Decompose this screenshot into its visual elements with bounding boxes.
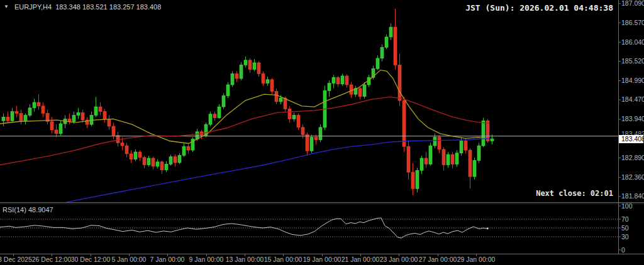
ma-mid-line <box>0 97 489 165</box>
candle-body <box>103 112 106 119</box>
candle-body <box>389 27 392 37</box>
candle-body <box>187 146 190 150</box>
candle-body <box>169 157 172 165</box>
candle-body <box>121 143 124 146</box>
candle-body <box>438 138 441 149</box>
candle-body <box>336 77 340 84</box>
price-tick-label: 185.520 <box>621 58 644 65</box>
candlestick-chart-canvas[interactable] <box>0 0 644 265</box>
candle-body <box>270 80 274 92</box>
candle-body <box>125 146 128 154</box>
candle-body <box>226 85 230 96</box>
rsi-tick-label: 70 <box>621 216 629 223</box>
candle-body <box>341 76 344 84</box>
candle-body <box>398 65 401 100</box>
candle-body <box>385 37 388 47</box>
candle-body <box>77 112 80 115</box>
candle-body <box>174 157 177 163</box>
candle-body <box>297 116 300 127</box>
time-tick-label: 27 Jan 00:00 <box>419 256 457 263</box>
mt4-chart-window: ▼ EURJPY,H4 183.348 183.521 183.257 183.… <box>0 0 644 265</box>
ma-slow-line <box>66 138 489 202</box>
price-tick-label: 186.570 <box>621 19 644 26</box>
clock-overlay: JST (Sun): 2026.02.01 04:48:38 <box>465 3 613 13</box>
candle-body <box>411 172 414 188</box>
symbol-ohlc-text: EURJPY,H4 183.348 183.521 183.257 183.40… <box>14 3 161 11</box>
candle-body <box>257 63 260 74</box>
candle-body <box>235 73 238 78</box>
time-tick-label: 5 Jan 00:00 <box>112 256 147 263</box>
candle-body <box>55 130 58 134</box>
candle-body <box>99 107 102 112</box>
candle-body <box>165 164 168 170</box>
candle-body <box>425 158 428 164</box>
candle-body <box>138 152 142 158</box>
candle-body <box>156 162 159 166</box>
candle-body <box>460 141 463 153</box>
candle-body <box>134 152 137 160</box>
candle-body <box>455 153 458 165</box>
price-tick-label: 182.360 <box>621 174 644 181</box>
price-tick-label: 182.890 <box>621 154 644 161</box>
candle-body <box>306 135 309 151</box>
symbol-dropdown-icon[interactable]: ▼ <box>4 4 9 9</box>
candle-body <box>420 158 423 170</box>
candle-body <box>37 102 40 106</box>
candle-body <box>266 80 269 84</box>
candle-body <box>213 114 216 118</box>
candle-body <box>328 84 331 91</box>
candle-body <box>402 100 406 146</box>
candle-body <box>491 139 494 141</box>
time-tick-label: 26 Dec 12:00 <box>32 256 71 263</box>
candle-body <box>464 141 467 150</box>
candle-body <box>152 158 155 166</box>
candle-body <box>248 60 252 70</box>
candle-body <box>59 124 62 134</box>
candle-body <box>231 73 234 85</box>
candle-body <box>380 47 384 58</box>
candle-body <box>11 112 14 121</box>
candle-body <box>244 60 247 65</box>
candle-body <box>358 89 362 97</box>
candle-body <box>275 92 278 102</box>
ma-fast-line <box>0 70 489 144</box>
candle-body <box>6 117 9 121</box>
rsi-tick-label: 100 <box>621 203 633 210</box>
candle-body <box>15 112 18 114</box>
candle-body <box>279 98 282 102</box>
candle-body <box>160 162 164 170</box>
candle-body <box>314 138 318 140</box>
candle-body <box>350 85 353 94</box>
candle-body <box>288 109 291 119</box>
rsi-tick-label: 30 <box>621 234 629 241</box>
candle-body <box>447 154 450 165</box>
candle-body <box>482 121 485 146</box>
price-tick-label: 183.940 <box>621 116 644 122</box>
symbol-ohlc-line: ▼ EURJPY,H4 183.348 183.521 183.257 183.… <box>4 3 161 11</box>
candle-body <box>42 106 45 114</box>
candle-body <box>473 160 476 176</box>
rsi-tick-label: 0 <box>621 247 625 254</box>
rsi-tick-label: 50 <box>621 225 629 232</box>
candle-body <box>319 127 322 140</box>
candle-body <box>143 158 146 165</box>
time-tick-label: 21 Jan 00:00 <box>341 256 380 263</box>
candle-body <box>24 116 27 121</box>
time-tick-label: 13 Jan 00:00 <box>226 256 264 263</box>
candle-body <box>240 65 243 78</box>
candle-body <box>108 119 111 126</box>
price-tick-label: 184.470 <box>621 96 644 103</box>
candle-body <box>407 146 410 172</box>
time-tick-label: 19 Jan 00:00 <box>303 256 341 263</box>
candle-body <box>429 146 432 164</box>
candle-body <box>2 117 5 121</box>
candle-body <box>209 114 212 124</box>
candle-body <box>469 150 472 176</box>
price-tick-label: 186.040 <box>621 39 644 46</box>
candle-body <box>50 121 53 129</box>
candle-body <box>94 107 97 115</box>
candle-body <box>394 27 397 65</box>
candle-body <box>81 112 84 120</box>
candle-body <box>178 155 181 163</box>
time-tick-label: 15 Jan 00:00 <box>264 256 303 263</box>
